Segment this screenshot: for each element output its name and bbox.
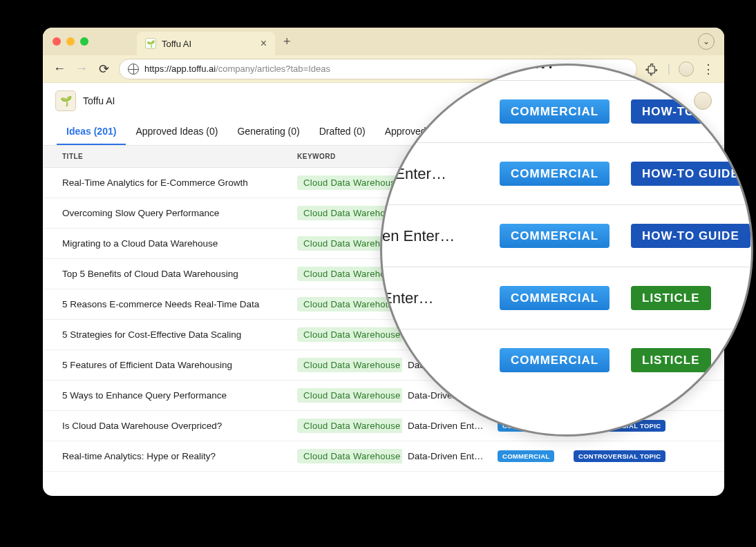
tab-generating-[interactable]: Generating (0) <box>227 119 309 145</box>
close-tab-icon[interactable]: × <box>261 37 267 50</box>
cell-title: 5 Features of Efficient Data Warehousing <box>57 353 292 377</box>
cell-title: Is Cloud Data Warehouse Overpriced? <box>57 414 292 438</box>
cell-title: Top 5 Benefits of Cloud Data Warehousing <box>57 262 292 286</box>
table-row[interactable]: Real-time Analytics: Hype or Reality? Cl… <box>43 441 724 472</box>
globe-icon <box>128 64 139 75</box>
toffu-favicon: 🌱 <box>145 38 156 49</box>
cell-title: Real-time Analytics: Hype or Reality? <box>57 444 292 468</box>
window-close-button[interactable] <box>53 37 61 46</box>
intent-badge: COMMERCIAL <box>500 348 609 372</box>
window-minimize-button[interactable] <box>66 37 75 46</box>
cell-title: Real-Time Analytics for E-Commerce Growt… <box>57 171 292 195</box>
type-badge: HOW-TO GUIDE <box>631 224 750 248</box>
cell-title: Overcoming Slow Query Performance <box>57 201 292 225</box>
tab-approved-ideas-[interactable]: Approved Ideas (0) <box>126 119 227 145</box>
nav-forward-button[interactable]: → <box>75 62 88 76</box>
intent-badge: COMMERCIAL <box>500 162 609 186</box>
intent-badge: COMMERCIAL <box>500 224 609 248</box>
cell-keyword: Cloud Data Warehouse <box>292 412 402 440</box>
cell-keyword: Cloud Data Warehouse <box>292 169 402 197</box>
cell-title: 5 Reasons E-commerce Needs Real-Time Dat… <box>57 292 292 316</box>
magnifier-overlay: INTENT TYPE ter… COMMERCIAL HOW-TO GUIDE… <box>380 64 753 436</box>
mag-row: Enter… COMMERCIAL LISTICLE <box>380 267 753 329</box>
cell-keyword: Cloud Data Warehouse <box>292 442 402 470</box>
cell-title: 5 Ways to Enhance Query Performance <box>57 383 292 407</box>
mag-row: … COMMERCIAL LISTICLE <box>380 329 753 391</box>
cell-title: Migrating to a Cloud Data Warehouse <box>57 231 292 256</box>
nav-back-button[interactable]: ← <box>53 62 66 76</box>
browser-tab-title: Toffu AI <box>162 39 255 49</box>
tab-drafted-[interactable]: Drafted (0) <box>310 119 375 145</box>
cell-keyword: Cloud Data Warehouse <box>292 351 402 379</box>
reload-button[interactable]: ⟳ <box>97 62 111 76</box>
column-header-title[interactable]: TITLE <box>57 146 292 167</box>
new-tab-button[interactable]: + <box>283 35 291 49</box>
browser-menu-button[interactable]: ⋮ <box>702 61 715 77</box>
mag-cell-product: Enter… <box>380 289 479 307</box>
app-name: Toffu AI <box>83 95 115 106</box>
cell-product: Data-Driven Enter… <box>402 414 492 438</box>
cell-product: Data-Driven Enter… <box>402 444 492 468</box>
url-text: https://app.toffu.ai/company/articles?ta… <box>144 64 330 74</box>
column-header-keyword[interactable]: KEYWORD <box>292 146 402 167</box>
extensions-icon[interactable] <box>645 62 659 76</box>
mag-row: n Enter… COMMERCIAL HOW-TO GUIDE <box>380 142 753 204</box>
tabs-dropdown-button[interactable]: ⌄ <box>698 33 715 50</box>
browser-tab[interactable]: 🌱 Toffu AI × <box>137 32 275 55</box>
type-badge: LISTICLE <box>631 348 711 372</box>
traffic-lights <box>53 37 88 46</box>
tab-ideas-[interactable]: Ideas (201) <box>57 119 126 145</box>
cell-keyword: Cloud Data Warehouse <box>292 320 402 349</box>
type-badge: HOW-TO GUIDE <box>631 162 750 186</box>
toffu-logo[interactable]: 🌱 <box>55 90 76 111</box>
cell-keyword: Cloud Data Warehouse <box>292 381 402 410</box>
mag-cell-product: en Enter… <box>380 227 479 245</box>
user-avatar[interactable] <box>694 92 712 110</box>
cell-type: CONTROVERSIAL TOPIC <box>568 443 710 469</box>
cell-intent: COMMERCIAL <box>492 443 568 469</box>
window-maximize-button[interactable] <box>80 37 88 46</box>
type-badge: LISTICLE <box>631 286 711 310</box>
cell-title: 5 Strategies for Cost-Effective Data Sca… <box>57 323 292 347</box>
toolbar-divider: | <box>668 63 670 75</box>
mag-row: en Enter… COMMERCIAL HOW-TO GUIDE <box>380 204 753 267</box>
intent-badge: COMMERCIAL <box>500 286 609 310</box>
browser-profile-avatar[interactable] <box>679 61 694 77</box>
browser-tab-bar: 🌱 Toffu AI × + ⌄ <box>43 28 724 55</box>
intent-badge: COMMERCIAL <box>500 99 609 124</box>
